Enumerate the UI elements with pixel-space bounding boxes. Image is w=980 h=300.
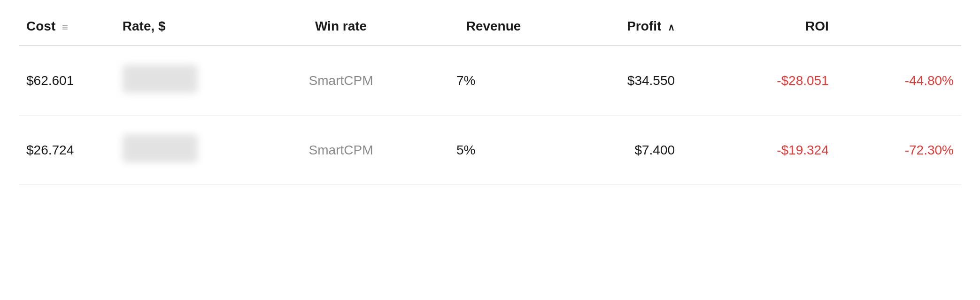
table-header-row: Cost ≡ Rate, $ Win rate Revenue Profit ∧: [19, 9, 961, 46]
cell-winrate-1: 5%: [403, 115, 528, 185]
col-header-cost[interactable]: Cost ≡: [19, 9, 115, 46]
winrate-label: Win rate: [315, 19, 367, 33]
table-row: $62.601 SmartCPM 7% $34.550 -$28.051: [19, 46, 961, 115]
revenue-label: Revenue: [466, 19, 521, 33]
table-container: Cost ≡ Rate, $ Win rate Revenue Profit ∧: [0, 0, 980, 300]
rate-blurred-0: [123, 65, 198, 93]
cell-rate-1: [115, 115, 240, 185]
cost-value-1: $26.724: [26, 143, 74, 157]
winrate-value-1: 5%: [456, 143, 475, 157]
col-header-rate[interactable]: Rate, $: [115, 9, 240, 46]
winrate-value-0: 7%: [456, 73, 475, 88]
cell-empty-1: [240, 115, 278, 185]
col-header-roi[interactable]: ROI: [682, 9, 836, 46]
cell-strategy-0: SmartCPM: [278, 46, 403, 115]
cost-value-0: $62.601: [26, 73, 74, 88]
col-header-empty: [240, 9, 278, 46]
strategy-value-1: SmartCPM: [309, 143, 373, 157]
roi-value-1: -72.30%: [905, 143, 954, 157]
profit-value-0: -$28.051: [777, 73, 829, 88]
col-header-profit[interactable]: Profit ∧: [528, 9, 682, 46]
rate-label: Rate, $: [123, 19, 166, 33]
col-header-revenue[interactable]: Revenue: [403, 9, 528, 46]
cost-label: Cost: [26, 19, 55, 33]
roi-value-0: -44.80%: [905, 73, 954, 88]
revenue-value-1: $7.400: [634, 143, 675, 157]
cell-roi-0: -44.80%: [836, 46, 961, 115]
cell-winrate-0: 7%: [403, 46, 528, 115]
cell-empty-0: [240, 46, 278, 115]
profit-value-1: -$19.324: [777, 143, 829, 157]
cell-strategy-1: SmartCPM: [278, 115, 403, 185]
cell-cost-0: $62.601: [19, 46, 115, 115]
col-header-winrate[interactable]: Win rate: [278, 9, 403, 46]
cell-revenue-1: $7.400: [528, 115, 682, 185]
sort-asc-icon[interactable]: ∧: [668, 22, 675, 33]
revenue-value-0: $34.550: [627, 73, 675, 88]
strategy-value-0: SmartCPM: [309, 73, 373, 88]
cell-profit-0: -$28.051: [682, 46, 836, 115]
filter-icon[interactable]: ≡: [62, 21, 68, 33]
rate-blurred-1: [123, 134, 198, 162]
cell-cost-1: $26.724: [19, 115, 115, 185]
profit-label: Profit: [627, 19, 661, 33]
roi-label: ROI: [805, 19, 829, 33]
cell-rate-0: [115, 46, 240, 115]
cell-profit-1: -$19.324: [682, 115, 836, 185]
table-row: $26.724 SmartCPM 5% $7.400 -$19.324: [19, 115, 961, 185]
data-table: Cost ≡ Rate, $ Win rate Revenue Profit ∧: [19, 9, 961, 185]
cell-roi-1: -72.30%: [836, 115, 961, 185]
cell-revenue-0: $34.550: [528, 46, 682, 115]
